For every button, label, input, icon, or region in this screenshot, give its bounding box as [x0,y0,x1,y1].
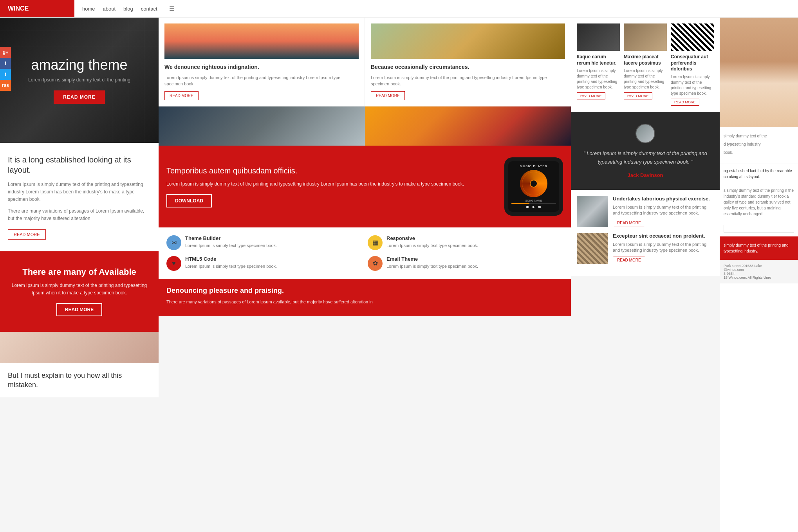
footer-email: @wince.com [724,268,794,272]
footer-copyright: 15 Wince.com. All Rights Unre [724,276,794,280]
phone-mockup: MUSIC PLAYER SONG NAME ⏮ ▶ ⏭ [504,157,563,216]
play-button[interactable]: ▶ [533,205,535,209]
red-cta-section: There are many of Available Lorem Ipsum … [0,251,159,332]
blog-post-1-button[interactable]: READ MORE [613,219,645,227]
feature-responsive: ▦ Responsive Lorem Ipsum is simply text … [368,235,563,250]
responsive-text: Responsive Lorem Ipsum is simply text ty… [386,235,478,249]
far-right-red-block: simply dummy text of the printing and ty… [720,236,798,260]
nav-contact[interactable]: contact [141,6,157,12]
blog-post-2-para: Lorem Ipsum is simply dummy text of the … [613,242,714,254]
social-sidebar: g+ f t rss [0,47,11,91]
red-section-button[interactable]: READ MORE [56,303,102,316]
mini-card-1-para: Lorem Ipsum is simply dummy text of the … [577,68,620,90]
bottom-red-text: Denouncing pleasure and praising. There … [159,279,571,317]
mini-card-1-title: Itaque earum rerum hic tenetur. [577,54,620,66]
download-button[interactable]: DOWNLOAD [166,194,212,207]
mini-card-3-button[interactable]: READ MORE [671,99,699,106]
card-2: Because occasionally circumstances. Lore… [365,18,571,106]
mini-card-3-image [671,23,714,51]
hero-read-more-button[interactable]: READ MORE [54,90,105,104]
theme-builder-icon: ✉ [166,235,181,250]
far-right-red-para: simply dummy text of the printing and ty… [724,242,794,254]
nav-blog[interactable]: blog [123,6,133,12]
mini-card-3-title: Consequatur aut perferendis doloribus [671,54,714,72]
features-section: ✉ Theme Builder Lorem Ipsum is simply te… [159,227,571,279]
logo[interactable]: WINCE [0,0,74,17]
blog-post-2-button[interactable]: READ MORE [613,256,645,264]
far-right-long-text: ng established fact th d by the readable… [724,168,794,180]
far-right-section: simply dummy text of the d typesetting i… [720,18,798,532]
phone-title: MUSIC PLAYER [511,164,556,168]
header: WINCE home about blog contact ☰ [0,0,798,18]
main-wrapper: g+ f t rss amazing theme Lorem Ipsum is … [0,18,798,532]
theme-builder-para: Lorem Ipsum is simply text type specimen… [185,243,277,249]
next-button[interactable]: ⏭ [538,205,541,209]
prev-button[interactable]: ⏮ [526,205,529,209]
theme-builder-text: Theme Builder Lorem Ipsum is simply text… [185,235,277,249]
right-section: Itaque earum rerum hic tenetur. Lorem Ip… [571,18,720,532]
email-para: Lorem Ipsum is simply text type specimen… [386,263,478,269]
email-title: Email Theme [386,256,478,262]
phone-progress-bar [511,203,556,204]
mini-card-3-para: Lorem Ipsum is simply dummy text of the … [671,74,714,96]
card-1-title: We denounce righteous indignation. [164,63,359,71]
middle-section: We denounce righteous indignation. Lorem… [159,18,571,532]
mini-card-1-button[interactable]: READ MORE [577,92,605,99]
hero-content: amazing theme Lorem Ipsum is simply dumm… [28,57,130,104]
blog-post-2: Excepteur sint occaecat non proident. Lo… [577,233,714,264]
nav-home[interactable]: home [82,6,95,12]
far-right-input-area [720,221,798,236]
far-right-para: s simply dummy text of the printing n th… [720,184,798,221]
red-section-para: Lorem Ipsum is simply dummy text of the … [8,282,151,297]
social-rss[interactable]: rss [0,80,11,91]
below-hero-section: It is a long established looking at its … [0,143,159,251]
html5-para: Lorem Ipsum is simply text type specimen… [185,263,277,269]
footer-address: Park street,201538 Lake [724,264,794,268]
testimonial-section: " Lorem Ipsum is simply dummy text of th… [571,112,720,190]
far-right-input-box[interactable] [724,225,794,233]
testimonial-avatar [636,124,655,143]
music-para: Lorem Ipsum is simply dummy text of the … [166,180,496,188]
phone-screen: MUSIC PLAYER SONG NAME ⏮ ▶ ⏭ [508,161,559,212]
theme-builder-title: Theme Builder [185,235,277,241]
music-section: Temporibus autem quibusdam officiis. Lor… [159,146,571,227]
photo-sunset [365,106,571,146]
social-twitter[interactable]: t [0,69,11,80]
below-hero-title: It is a long established looking at its … [8,155,151,175]
blog-post-1-title: Undertakes laborious physical exercise. [613,196,714,202]
phone-progress-fill [511,203,529,204]
card-1-para: Lorem Ipsum is simply dummy text of the … [164,74,359,87]
left-section: amazing theme Lorem Ipsum is simply dumm… [0,18,159,532]
far-right-image [720,18,798,127]
blog-post-1-content: Undertakes laborious physical exercise. … [613,196,714,227]
card-2-button[interactable]: READ MORE [371,91,405,100]
testimonial-quote: " Lorem Ipsum is simply dummy text of th… [581,149,710,166]
feature-html5: ♥ HTML5 Code Lorem Ipsum is simply text … [166,256,362,271]
social-gplus[interactable]: g+ [0,47,11,58]
blog-post-1-image [577,196,608,227]
below-hero-read-more-button[interactable]: READ MORE [8,229,46,240]
far-right-text-block: simply dummy text of the d typesetting i… [720,127,798,164]
mini-card-2-button[interactable]: READ MORE [624,92,652,99]
phone-song-name: SONG NAME [511,199,556,202]
card-1-button[interactable]: READ MORE [164,91,199,100]
nav-menu-icon[interactable]: ☰ [169,5,175,13]
face-section [0,332,159,363]
blog-posts-section: Undertakes laborious physical exercise. … [571,190,720,276]
email-icon: ✿ [368,256,383,271]
red-section-title: There are many of Available [8,267,151,277]
mini-card-2-title: Maxime placeat facere possimus [624,54,667,66]
card-2-title: Because occasionally circumstances. [371,63,565,71]
bottom-red-title: Denouncing pleasure and praising. [166,287,563,295]
face-image [0,332,159,363]
nav-about[interactable]: about [103,6,116,12]
footer-phone: 3-9654 [724,272,794,276]
responsive-title: Responsive [386,235,478,241]
card-2-image [371,23,565,59]
below-hero-para2: There are many variations of passages of… [8,207,151,222]
responsive-para: Lorem Ipsum is simply text type specimen… [386,243,478,249]
photo-storm [159,106,365,146]
social-facebook[interactable]: f [0,58,11,69]
photo-strip [159,106,571,146]
far-right-footer: Park street,201538 Lake @wince.com 3-965… [720,260,798,283]
